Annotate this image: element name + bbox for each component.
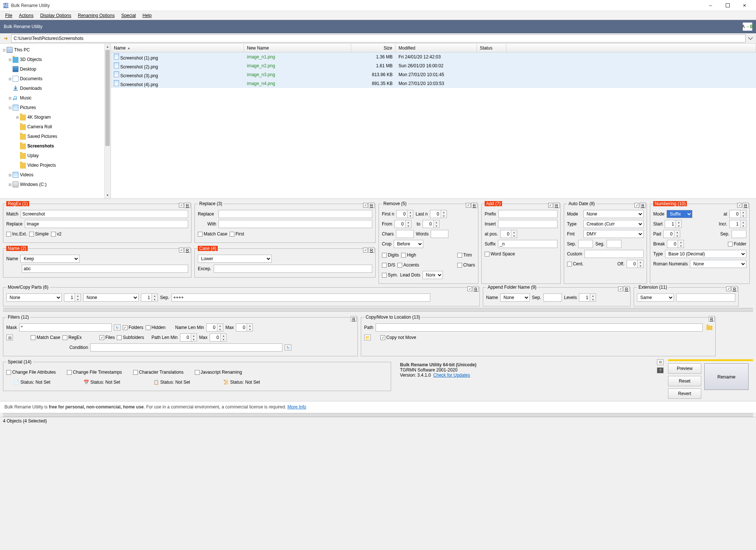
regex-enable[interactable]: ✓ xyxy=(179,203,184,208)
path-bar xyxy=(0,33,756,44)
panel-copymove: Copy/Move to Location (13) R Path 📁✓Copy… xyxy=(361,315,716,356)
panel-name: Name (2) ✓R NameKeep xyxy=(3,246,191,278)
with-input[interactable] xyxy=(218,220,372,228)
first-check[interactable]: First xyxy=(230,231,244,237)
title-bar: AB Bulk Rename Utility ─ ✕ xyxy=(0,0,756,11)
copymove-path-input[interactable] xyxy=(376,323,703,332)
close-button[interactable]: ✕ xyxy=(736,0,753,11)
rename-button[interactable]: Rename xyxy=(704,363,749,390)
document-icon xyxy=(13,76,18,82)
help-icon[interactable]: ? xyxy=(657,367,664,373)
incext-check[interactable]: Inc.Ext. xyxy=(6,231,27,237)
col-name[interactable]: Name▲ xyxy=(111,44,244,52)
app-icon: AB xyxy=(3,3,9,9)
R-button[interactable]: R xyxy=(184,203,190,208)
new-window-icon[interactable]: ⧉ xyxy=(657,359,664,365)
table-row[interactable]: Screenshot (1).png image_n1.png 1.36 MB … xyxy=(111,52,756,61)
pictures-icon xyxy=(13,105,18,111)
path-dropdown-icon[interactable] xyxy=(748,35,753,42)
maximize-button[interactable] xyxy=(719,0,736,11)
browse-folder-icon[interactable] xyxy=(706,326,712,330)
col-size[interactable]: Size xyxy=(351,44,396,52)
regex-match-input[interactable] xyxy=(21,210,188,218)
menu-bar: File Actions Display Options Renaming Op… xyxy=(0,11,756,20)
firstn-spin[interactable]: ▲▼ xyxy=(396,210,413,218)
separator-bar[interactable] xyxy=(3,308,753,312)
table-row[interactable]: Screenshot (4).png image_n4.png 891.35 K… xyxy=(111,79,756,88)
refresh-icon[interactable]: ↻ xyxy=(114,325,121,330)
insert-input[interactable] xyxy=(498,220,557,228)
folder-up-icon[interactable] xyxy=(3,35,9,41)
preview-button[interactable]: Preview xyxy=(668,363,701,374)
list-header: Name▲ New Name Size Modified Status xyxy=(111,44,756,52)
table-row[interactable]: Screenshot (2).png image_n2.png 1.61 MB … xyxy=(111,61,756,70)
sort-asc-icon: ▲ xyxy=(127,46,130,50)
svg-rect-2 xyxy=(726,4,729,7)
middle-area: ⊟This PC ⊞3D Objects Desktop ⊞Documents … xyxy=(0,44,756,199)
download-icon xyxy=(13,85,18,91)
desktop-icon xyxy=(13,66,18,72)
menu-file[interactable]: File xyxy=(2,12,15,19)
excep-input[interactable] xyxy=(214,265,372,273)
name-text-input[interactable] xyxy=(22,265,188,273)
matchcase-check[interactable]: Match Case xyxy=(198,231,227,237)
condition-input[interactable] xyxy=(90,343,282,352)
menu-special[interactable]: Special xyxy=(118,12,139,19)
banner-title: Bulk Rename Utility xyxy=(4,24,43,29)
panel-extension: Extension (11) ✓R Same xyxy=(634,285,739,306)
pc-icon xyxy=(7,47,13,53)
regex-replace-input[interactable] xyxy=(25,220,188,228)
panel-add: Add (7) ✓R Prefix Insert at pos.▲▼ Suffi… xyxy=(481,201,561,284)
panel-autodate: Auto Date (8) ✓R ModeNone TypeCreation (… xyxy=(564,201,647,284)
path-input[interactable] xyxy=(11,34,746,43)
table-row[interactable]: Screenshot (3).png image_n3.png 813.96 K… xyxy=(111,70,756,79)
menu-actions[interactable]: Actions xyxy=(16,12,36,19)
drive-icon xyxy=(13,181,18,187)
replace-input[interactable] xyxy=(218,210,372,218)
tree-scrollbar[interactable]: ▲▼ xyxy=(104,44,111,198)
window-title: Bulk Rename Utility xyxy=(11,3,702,8)
filter-icon[interactable]: ▤ xyxy=(6,335,13,340)
rename-icon: A→B xyxy=(743,23,752,31)
lastn-spin[interactable]: ▲▼ xyxy=(430,210,447,218)
panel-appendfolder: Append Folder Name (9) ✓R NameNoneSep.Le… xyxy=(483,285,631,306)
reset-button[interactable]: Reset xyxy=(668,376,701,386)
case-select[interactable]: Lower xyxy=(198,255,272,263)
panel-case: Case (4) ✓R Lower Excep. xyxy=(194,246,376,278)
panel-movecopy: Move/Copy Parts (6) ✓R None ▲▼ None ▲▼ S… xyxy=(3,285,480,306)
simple-check[interactable]: Simple xyxy=(29,231,49,237)
panel-remove: Remove (5) ✓R First n▲▼Last n▲▼ From▲▼to… xyxy=(379,201,478,284)
col-newname[interactable]: New Name xyxy=(244,44,351,52)
menu-renaming[interactable]: Renaming Options xyxy=(75,12,118,19)
v2-check[interactable]: v2 xyxy=(51,231,62,237)
info-footer: Bulk Rename Utility is free for personal… xyxy=(0,401,756,412)
more-info-link[interactable]: More Info xyxy=(288,404,306,410)
svg-rect-3 xyxy=(13,90,18,91)
folder-icon xyxy=(13,57,18,63)
prefix-input[interactable] xyxy=(498,210,557,218)
folder-shortcut-icon[interactable]: 📁 xyxy=(364,335,371,340)
numbering-mode-select[interactable]: Suffix xyxy=(667,210,692,218)
panel-filters: Filters (12) R Mask ↻ ✓Folders Hidden Na… xyxy=(3,315,358,356)
menu-display[interactable]: Display Options xyxy=(37,12,74,19)
minimize-button[interactable]: ─ xyxy=(702,0,719,11)
music-icon xyxy=(13,95,18,101)
folder-tree[interactable]: ⊟This PC ⊞3D Objects Desktop ⊞Documents … xyxy=(0,44,111,198)
name-mode-select[interactable]: Keep xyxy=(20,255,79,263)
check-updates-link[interactable]: Check for Updates xyxy=(433,373,470,378)
mask-input[interactable] xyxy=(19,323,112,332)
file-list[interactable]: Name▲ New Name Size Modified Status Scre… xyxy=(111,44,756,198)
bottom-area: Special (14) Change File Attributes Chan… xyxy=(0,357,756,401)
panel-special: Special (14) Change File Attributes Chan… xyxy=(3,359,391,391)
revert-button[interactable]: Revert xyxy=(668,388,701,399)
col-status[interactable]: Status xyxy=(477,44,506,52)
options-panels: RegEx (1) ✓R Match Replace Inc.Ext. Simp… xyxy=(0,199,756,285)
refresh-icon[interactable]: ↻ xyxy=(285,344,291,350)
status-bar: 4 Objects (4 Selected) xyxy=(0,417,756,426)
menu-help[interactable]: Help xyxy=(140,12,155,19)
panel-numbering: Numbering (10) ✓R ModeSuffixat▲▼ Start▲▼… xyxy=(650,201,750,284)
svg-text:AB: AB xyxy=(3,3,9,8)
panel-replace: Replace (3) ✓R Replace With Match Case F… xyxy=(194,201,376,243)
suffix-input[interactable] xyxy=(498,240,557,248)
col-modified[interactable]: Modified xyxy=(396,44,477,52)
